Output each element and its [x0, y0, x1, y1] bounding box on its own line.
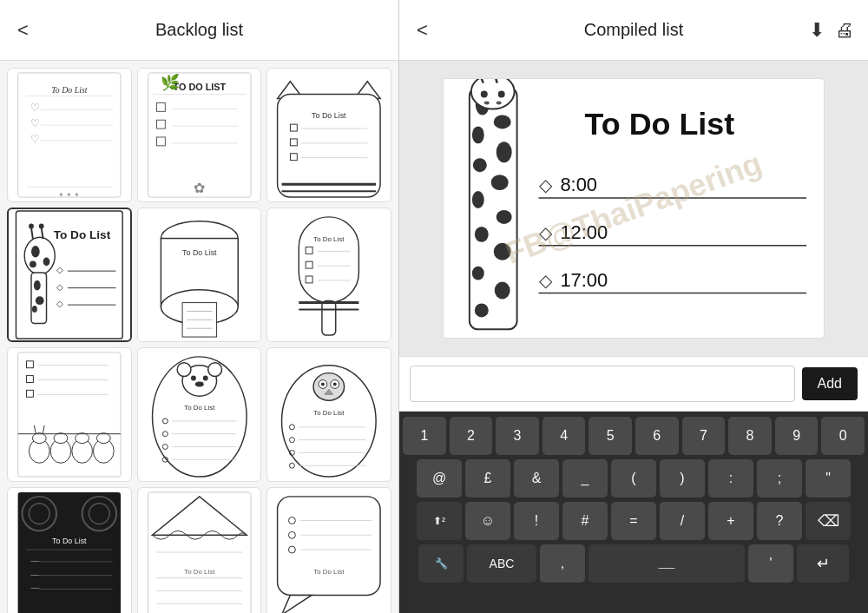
grid-item-1[interactable]: To Do List ♡ ♡ ♡ ✦ ✦ ✦ — [7, 68, 132, 202]
svg-point-157 — [496, 142, 512, 162]
right-back-button[interactable]: < — [417, 19, 428, 42]
keyboard-row-numbers: 1 2 3 4 5 6 7 8 9 0 — [403, 417, 865, 455]
key-at[interactable]: @ — [417, 459, 462, 498]
key-shift[interactable]: ⬆² — [417, 502, 462, 540]
print-icon[interactable]: 🖨 — [835, 19, 854, 42]
key-rparen[interactable]: ) — [660, 459, 705, 498]
keyboard: 1 2 3 4 5 6 7 8 9 0 @ £ & _ ( ) : ; " ⬆²… — [399, 412, 868, 613]
key-5[interactable]: 5 — [589, 417, 632, 455]
svg-point-109 — [313, 373, 345, 401]
svg-point-90 — [96, 433, 110, 444]
svg-point-41 — [43, 258, 50, 267]
key-backspace[interactable]: ⌫ — [806, 502, 851, 540]
right-panel: < Compiled list ⬇ 🖨 FB@ThaiPapering — [399, 0, 868, 613]
key-pound[interactable]: £ — [465, 459, 510, 498]
svg-text:—: — — [30, 556, 39, 565]
svg-point-45 — [36, 296, 44, 305]
svg-text:To Do List: To Do List — [54, 228, 111, 241]
svg-point-86 — [54, 433, 68, 444]
key-lparen[interactable]: ( — [611, 459, 656, 498]
svg-point-37 — [29, 224, 34, 229]
right-title: Compiled list — [584, 20, 683, 40]
key-3[interactable]: 3 — [496, 417, 539, 455]
key-colon[interactable]: : — [708, 459, 753, 498]
key-hash[interactable]: # — [562, 502, 608, 540]
svg-point-42 — [30, 260, 36, 267]
svg-point-96 — [191, 376, 196, 381]
left-panel: < Backlog list To Do List ♡ ♡ ♡ ✦ ✦ ✦ — [0, 0, 399, 613]
svg-point-163 — [494, 243, 511, 260]
grid-item-4[interactable]: To Do List ◇ ◇ ◇ — [7, 208, 132, 342]
grid-item-10[interactable]: To Do List — — — — [7, 487, 132, 613]
download-icon[interactable]: ⬇ — [809, 19, 825, 42]
svg-text:◇: ◇ — [56, 299, 63, 308]
svg-text:12:00: 12:00 — [560, 221, 608, 243]
grid-item-12[interactable]: To Do List — [266, 487, 391, 613]
key-underscore[interactable]: _ — [562, 459, 608, 498]
key-slash[interactable]: / — [660, 502, 705, 540]
key-2[interactable]: 2 — [450, 417, 493, 455]
svg-point-88 — [76, 433, 89, 444]
key-space[interactable]: ___ — [589, 544, 745, 583]
grid-item-11[interactable]: To Do List — [137, 487, 262, 613]
svg-point-82 — [32, 433, 46, 444]
svg-text:TO DO LIST: TO DO LIST — [173, 82, 226, 92]
svg-text:✦ ✦ ✦: ✦ ✦ ✦ — [58, 191, 80, 199]
key-abc[interactable]: ABC — [467, 544, 536, 583]
svg-text:—: — — [30, 583, 39, 592]
key-equals[interactable]: = — [611, 502, 656, 540]
preview-area: FB@ThaiPapering — [399, 61, 868, 356]
svg-point-174 — [484, 102, 490, 105]
key-0[interactable]: 0 — [821, 417, 865, 455]
grid-item-6[interactable]: To Do List — [266, 208, 391, 342]
left-title: Backlog list — [155, 20, 243, 40]
svg-rect-63 — [299, 217, 359, 303]
key-amp[interactable]: & — [514, 459, 559, 498]
svg-point-35 — [24, 237, 55, 274]
svg-text:To Do List: To Do List — [314, 568, 345, 576]
svg-text:—: — — [30, 570, 39, 579]
key-semicolon[interactable]: ; — [757, 459, 802, 498]
key-8[interactable]: 8 — [728, 417, 772, 455]
svg-text:8:00: 8:00 — [560, 174, 597, 195]
svg-text:To Do List: To Do List — [312, 111, 346, 120]
svg-point-155 — [494, 115, 511, 129]
svg-point-160 — [472, 191, 484, 208]
svg-text:◇: ◇ — [56, 265, 63, 274]
svg-point-94 — [177, 363, 191, 377]
grid-item-3[interactable]: To Do List — [266, 68, 391, 202]
grid-item-9[interactable]: To Do List — [266, 347, 391, 482]
key-exclaim[interactable]: ! — [514, 502, 559, 540]
svg-text:To Do List: To Do List — [314, 409, 345, 417]
key-9[interactable]: 9 — [775, 417, 819, 455]
backlog-grid: To Do List ♡ ♡ ♡ ✦ ✦ ✦ TO DO LIST 🌿 — [0, 61, 398, 613]
input-row: Add — [399, 356, 868, 412]
svg-point-97 — [202, 376, 207, 381]
key-question[interactable]: ? — [757, 502, 802, 540]
key-6[interactable]: 6 — [635, 417, 679, 455]
add-button[interactable]: Add — [802, 367, 858, 400]
key-7[interactable]: 7 — [682, 417, 726, 455]
key-apostrophe[interactable]: ' — [748, 544, 793, 583]
grid-item-8[interactable]: To Do List — [137, 347, 262, 482]
key-comma[interactable]: , — [540, 544, 585, 583]
svg-text:To Do List: To Do List — [184, 568, 215, 576]
preview-card: FB@ThaiPapering — [443, 78, 825, 339]
key-settings[interactable]: 🔧 — [418, 544, 464, 583]
key-quote[interactable]: " — [806, 459, 851, 498]
todo-input[interactable] — [410, 366, 795, 402]
key-emoji[interactable]: ☺ — [465, 502, 510, 540]
left-back-button[interactable]: < — [17, 19, 29, 42]
svg-point-122 — [290, 463, 295, 468]
key-enter[interactable]: ↵ — [797, 544, 849, 583]
key-1[interactable]: 1 — [403, 417, 446, 455]
svg-point-40 — [31, 246, 40, 258]
grid-item-5[interactable]: To Do List — [137, 208, 262, 342]
grid-item-7[interactable] — [7, 347, 132, 482]
svg-text:17:00: 17:00 — [560, 269, 608, 291]
key-plus[interactable]: + — [708, 502, 753, 540]
key-4[interactable]: 4 — [542, 417, 586, 455]
svg-point-113 — [333, 382, 337, 386]
svg-marker-145 — [282, 595, 312, 613]
grid-item-2[interactable]: TO DO LIST 🌿 ✿ — [137, 68, 262, 202]
